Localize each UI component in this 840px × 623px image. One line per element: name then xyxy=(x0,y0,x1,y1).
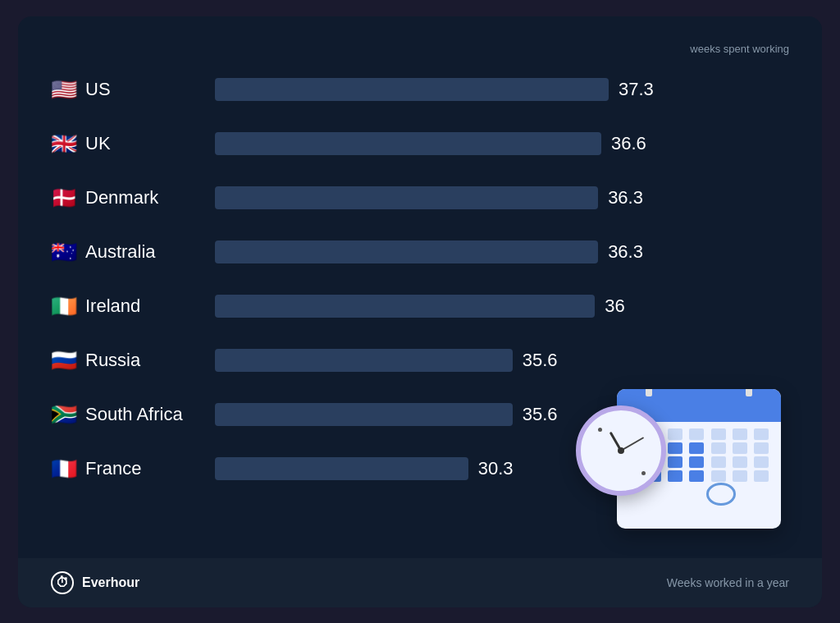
bar xyxy=(215,132,601,155)
bar-container: 36.6 xyxy=(215,131,789,157)
bar-value: 35.6 xyxy=(523,404,558,425)
bar-value: 35.6 xyxy=(523,350,558,371)
country-label: 🇩🇰 Denmark xyxy=(51,187,215,208)
country-label: 🇬🇧 UK xyxy=(51,133,215,154)
country-name: UK xyxy=(85,133,111,154)
footer-note: Weeks worked in a year xyxy=(667,576,789,589)
country-flag: 🇷🇺 xyxy=(51,350,77,371)
country-label: 🇮🇪 Ireland xyxy=(51,295,215,317)
brand-icon: ⏱ xyxy=(51,571,74,594)
bar-container: 37.3 xyxy=(215,76,789,103)
bar-row: 🇿🇦 South Africa 35.6 xyxy=(51,393,789,436)
bar-value: 36.3 xyxy=(608,187,643,208)
bar xyxy=(215,457,468,480)
country-flag: 🇦🇺 xyxy=(51,241,77,263)
bar xyxy=(215,240,598,263)
bar-value: 36 xyxy=(605,295,624,317)
country-label: 🇺🇸 US xyxy=(51,79,215,100)
bar xyxy=(215,403,513,426)
bar xyxy=(215,78,609,101)
bar-value: 36.3 xyxy=(608,241,643,263)
country-name: Australia xyxy=(85,241,156,263)
country-name: Russia xyxy=(85,350,140,371)
bar-container: 36 xyxy=(215,293,789,319)
bar-row: 🇬🇧 UK 36.6 xyxy=(51,122,789,165)
country-flag: 🇩🇰 xyxy=(51,187,77,208)
country-name: Denmark xyxy=(85,187,158,208)
country-flag: 🇫🇷 xyxy=(51,458,77,479)
bar-value: 37.3 xyxy=(619,79,654,100)
brand-name: Everhour xyxy=(82,575,139,590)
brand: ⏱ Everhour xyxy=(51,571,139,594)
country-flag: 🇺🇸 xyxy=(51,79,77,100)
country-label: 🇷🇺 Russia xyxy=(51,350,215,371)
country-label: 🇫🇷 France xyxy=(51,458,215,479)
bar-container: 35.6 xyxy=(215,347,789,373)
bar-container: 36.3 xyxy=(215,239,789,265)
bar-row: 🇺🇸 US 37.3 xyxy=(51,68,789,111)
bar-row: 🇩🇰 Denmark 36.3 xyxy=(51,176,789,219)
bar-container: 36.3 xyxy=(215,185,789,211)
bar-row: 🇷🇺 Russia 35.6 xyxy=(51,339,789,382)
chart-card: weeks spent working 🇺🇸 US 37.3 🇬🇧 UK 36.… xyxy=(18,16,822,607)
bar xyxy=(215,186,598,209)
bar-row: 🇦🇺 Australia 36.3 xyxy=(51,231,789,273)
bar-row: 🇫🇷 France 30.3 xyxy=(51,447,789,490)
country-label: 🇦🇺 Australia xyxy=(51,241,215,263)
bar-container: 35.6 xyxy=(215,401,789,428)
chart-subtitle: weeks spent working xyxy=(51,43,789,55)
footer: ⏱ Everhour Weeks worked in a year xyxy=(18,558,822,607)
country-flag: 🇮🇪 xyxy=(51,295,77,317)
bar-row: 🇮🇪 Ireland 36 xyxy=(51,285,789,328)
country-name: Ireland xyxy=(85,295,140,317)
chart-area: 🇺🇸 US 37.3 🇬🇧 UK 36.6 🇩🇰 Denmark xyxy=(51,68,789,545)
country-name: South Africa xyxy=(85,404,183,425)
country-flag: 🇬🇧 xyxy=(51,133,77,154)
bar-value: 36.6 xyxy=(611,133,646,154)
country-name: France xyxy=(85,458,141,479)
country-label: 🇿🇦 South Africa xyxy=(51,404,215,425)
country-flag: 🇿🇦 xyxy=(51,404,77,425)
bar-value: 30.3 xyxy=(478,458,514,479)
bar xyxy=(215,295,595,318)
country-name: US xyxy=(85,79,111,100)
bar xyxy=(215,349,513,372)
bar-container: 30.3 xyxy=(215,456,789,482)
